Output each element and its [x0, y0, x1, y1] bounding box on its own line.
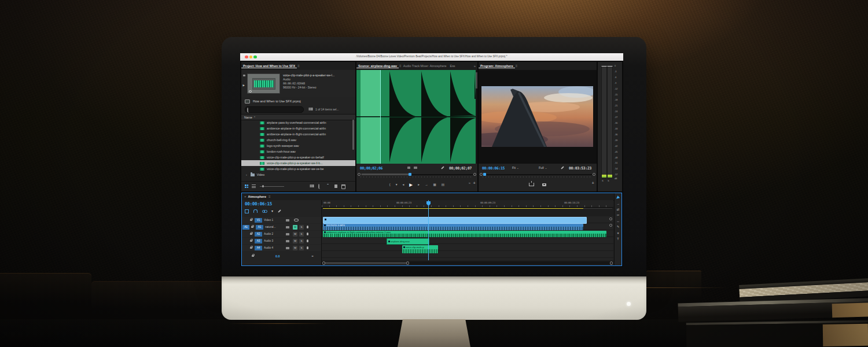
- vignette-overlay: [0, 0, 868, 347]
